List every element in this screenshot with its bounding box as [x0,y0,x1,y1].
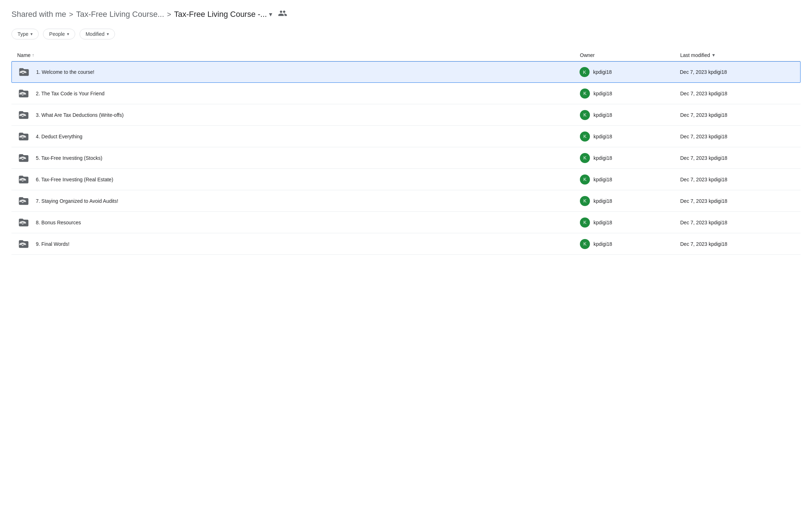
page-container: Shared with me > Tax-Free Living Course.… [0,0,812,263]
sort-ascending-icon: ↑ [32,53,34,58]
owner-name: kpdigi18 [593,69,612,75]
last-modified-column-header[interactable]: Last modified ▼ [680,52,795,58]
shared-folder-icon [17,130,30,143]
table-row[interactable]: 5. Tax-Free Investing (Stocks) K kpdigi1… [11,147,801,169]
owner-column-header[interactable]: Owner [580,52,680,58]
type-filter-button[interactable]: Type ▾ [11,29,39,39]
owner-name: kpdigi18 [594,112,612,118]
name-column-header[interactable]: Name ↑ [17,52,580,58]
modified-cell: Dec 7, 2023 kpdigi18 [680,241,795,247]
avatar: K [580,67,590,77]
chevron-down-icon: ▾ [269,10,272,18]
avatar: K [580,89,590,99]
file-name: 1. Welcome to the course! [36,69,94,75]
people-icon[interactable] [278,9,287,20]
modified-cell: Dec 7, 2023 kpdigi18 [680,134,795,139]
modified-filter-button[interactable]: Modified ▾ [80,29,115,39]
owner-cell: K kpdigi18 [580,110,680,120]
modified-cell: Dec 7, 2023 kpdigi18 [680,220,795,225]
file-name: 2. The Tax Code is Your Friend [36,91,105,96]
owner-name: kpdigi18 [594,91,612,96]
file-name: 9. Final Words! [36,241,69,247]
owner-name: kpdigi18 [594,134,612,139]
name-cell: 7. Staying Organized to Avoid Audits! [17,195,580,207]
people-filter-label: People [49,31,65,37]
owner-name: kpdigi18 [594,241,612,247]
table-row[interactable]: 9. Final Words! K kpdigi18 Dec 7, 2023 k… [11,233,801,255]
owner-cell: K kpdigi18 [580,132,680,142]
breadcrumb-sep1: > [69,10,73,19]
modified-cell: Dec 7, 2023 kpdigi18 [680,91,795,96]
owner-name: kpdigi18 [594,177,612,182]
owner-name: kpdigi18 [594,220,612,225]
name-cell: 4. Deduct Everything [17,130,580,143]
owner-cell: K kpdigi18 [580,175,680,185]
modified-cell: Dec 7, 2023 kpdigi18 [680,69,794,75]
table-row[interactable]: 8. Bonus Resources K kpdigi18 Dec 7, 202… [11,212,801,233]
owner-cell: K kpdigi18 [580,196,680,206]
owner-name: kpdigi18 [594,155,612,161]
table-row[interactable]: 2. The Tax Code is Your Friend K kpdigi1… [11,83,801,104]
breadcrumb-shared[interactable]: Shared with me [11,10,66,19]
file-name: 6. Tax-Free Investing (Real Estate) [36,177,113,182]
chevron-down-icon: ▾ [67,32,69,37]
type-filter-label: Type [18,31,28,37]
breadcrumb-current-label: Tax-Free Living Course -... [174,10,267,19]
modified-cell: Dec 7, 2023 kpdigi18 [680,198,795,204]
table-row[interactable]: 6. Tax-Free Investing (Real Estate) K kp… [11,169,801,190]
shared-folder-icon [17,173,30,186]
name-cell: 3. What Are Tax Deductions (Write-offs) [17,109,580,121]
filter-bar: Type ▾ People ▾ Modified ▾ [11,29,801,39]
modified-cell: Dec 7, 2023 kpdigi18 [680,177,795,182]
avatar: K [580,239,590,249]
people-filter-button[interactable]: People ▾ [43,29,75,39]
name-cell: 8. Bonus Resources [17,216,580,229]
avatar: K [580,196,590,206]
table-row[interactable]: 3. What Are Tax Deductions (Write-offs) … [11,104,801,126]
modified-filter-label: Modified [86,31,105,37]
owner-cell: K kpdigi18 [580,89,680,99]
chevron-down-icon: ▾ [30,32,33,37]
table-row[interactable]: 7. Staying Organized to Avoid Audits! K … [11,190,801,212]
owner-cell: K kpdigi18 [580,239,680,249]
modified-cell: Dec 7, 2023 kpdigi18 [680,112,795,118]
shared-folder-icon [17,216,30,229]
shared-folder-icon [17,152,30,164]
owner-cell: K kpdigi18 [580,153,680,163]
name-cell: 6. Tax-Free Investing (Real Estate) [17,173,580,186]
owner-label: Owner [580,52,595,58]
avatar: K [580,153,590,163]
file-table: Name ↑ Owner Last modified ▼ 1. Welc [11,49,801,255]
breadcrumb-sep2: > [167,10,171,19]
table-body: 1. Welcome to the course! K kpdigi18 Dec… [11,61,801,255]
modified-cell: Dec 7, 2023 kpdigi18 [680,155,795,161]
shared-folder-icon [17,195,30,207]
shared-folder-icon [18,66,30,78]
file-name: 4. Deduct Everything [36,134,82,139]
owner-cell: K kpdigi18 [580,218,680,228]
file-name: 8. Bonus Resources [36,220,81,225]
breadcrumb-folder1[interactable]: Tax-Free Living Course... [76,10,164,19]
file-name: 3. What Are Tax Deductions (Write-offs) [36,112,124,118]
table-row[interactable]: 1. Welcome to the course! K kpdigi18 Dec… [11,61,801,83]
owner-cell: K kpdigi18 [580,67,680,77]
file-name: 5. Tax-Free Investing (Stocks) [36,155,102,161]
name-cell: 2. The Tax Code is Your Friend [17,87,580,100]
avatar: K [580,175,590,185]
avatar: K [580,218,590,228]
shared-folder-icon [17,87,30,100]
avatar: K [580,110,590,120]
name-cell: 5. Tax-Free Investing (Stocks) [17,152,580,164]
name-cell: 1. Welcome to the course! [18,66,580,78]
name-cell: 9. Final Words! [17,238,580,250]
breadcrumb-current[interactable]: Tax-Free Living Course -... ▾ [174,10,272,19]
table-row[interactable]: 4. Deduct Everything K kpdigi18 Dec 7, 2… [11,126,801,147]
shared-folder-icon [17,238,30,250]
owner-name: kpdigi18 [594,198,612,204]
table-header: Name ↑ Owner Last modified ▼ [11,49,801,61]
breadcrumb: Shared with me > Tax-Free Living Course.… [11,9,801,20]
chevron-down-icon: ▾ [107,32,109,37]
shared-folder-icon [17,109,30,121]
avatar: K [580,132,590,142]
last-modified-label: Last modified [680,52,710,58]
